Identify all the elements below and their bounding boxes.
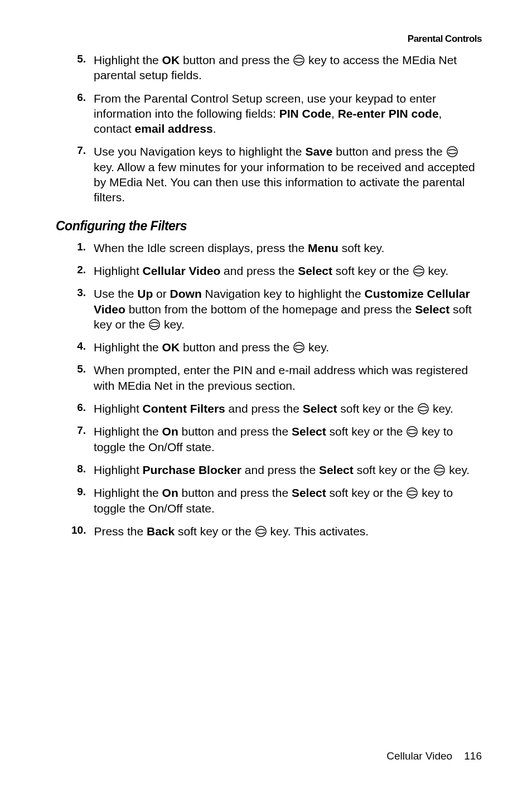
svg-point-7 xyxy=(434,465,444,475)
center-key-icon xyxy=(148,318,161,331)
step-number: 6. xyxy=(71,401,86,416)
svg-point-4 xyxy=(294,342,304,352)
svg-point-3 xyxy=(149,320,159,330)
center-key-icon xyxy=(433,464,446,476)
bold-term: PIN Code xyxy=(279,107,331,120)
svg-point-8 xyxy=(407,488,417,498)
instruction-list-1: 5.Highlight the OK button and press the … xyxy=(56,52,482,205)
bold-term: Select xyxy=(292,425,326,438)
step-text: Highlight the OK button and press the ke… xyxy=(94,52,482,83)
list-item: 2.Highlight Cellular Video and press the… xyxy=(56,263,482,278)
svg-point-1 xyxy=(447,147,457,157)
step-text: Highlight Cellular Video and press the S… xyxy=(94,263,448,278)
step-text: Press the Back soft key or the key. This… xyxy=(94,524,369,539)
bold-term: Save xyxy=(305,145,332,158)
list-item: 1.When the Idle screen displays, press t… xyxy=(56,240,482,255)
step-text: When prompted, enter the PIN and e-mail … xyxy=(94,362,482,393)
bold-term: Select xyxy=(415,303,449,316)
center-key-icon xyxy=(255,525,267,538)
instruction-list-2: 1.When the Idle screen displays, press t… xyxy=(56,240,482,539)
step-number: 4. xyxy=(71,340,86,355)
step-number: 5. xyxy=(71,52,86,83)
list-item: 3.Use the Up or Down Navigation key to h… xyxy=(56,286,482,332)
bold-term: OK xyxy=(162,54,180,66)
list-item: 6.Highlight Content Filters and press th… xyxy=(56,401,482,416)
step-number: 5. xyxy=(71,362,86,393)
bold-term: Select xyxy=(298,264,332,277)
step-text: Use the Up or Down Navigation key to hig… xyxy=(94,286,482,332)
list-item: 10.Press the Back soft key or the key. T… xyxy=(56,524,482,539)
step-number: 9. xyxy=(71,485,86,516)
step-text: Highlight the On button and press the Se… xyxy=(94,424,482,454)
svg-point-5 xyxy=(418,404,428,414)
list-item: 5.Highlight the OK button and press the … xyxy=(56,52,482,83)
header-section-label: Parental Controls xyxy=(56,33,482,45)
center-key-icon xyxy=(406,487,418,499)
step-text: Highlight the On button and press the Se… xyxy=(94,485,482,516)
list-item: 7.Highlight the On button and press the … xyxy=(56,424,482,454)
svg-point-2 xyxy=(413,266,423,276)
center-key-icon xyxy=(413,265,425,277)
bold-term: Down xyxy=(170,287,202,300)
step-text: Highlight Purchase Blocker and press the… xyxy=(94,462,470,477)
step-number: 8. xyxy=(71,462,86,477)
center-key-icon xyxy=(293,54,305,66)
step-number: 10. xyxy=(71,524,86,539)
step-text: Highlight Content Filters and press the … xyxy=(94,401,453,416)
center-key-icon xyxy=(293,341,305,354)
step-number: 1. xyxy=(71,240,86,255)
svg-point-9 xyxy=(256,526,266,536)
step-text: From the Parental Control Setup screen, … xyxy=(94,91,482,137)
list-item: 7.Use you Navigation keys to highlight t… xyxy=(56,144,482,205)
bold-term: Back xyxy=(147,525,175,538)
bold-term: Up xyxy=(137,287,153,300)
bold-term: OK xyxy=(162,341,180,354)
center-key-icon xyxy=(417,403,429,415)
step-number: 7. xyxy=(71,424,86,454)
bold-term: Re-enter PIN code xyxy=(338,107,439,120)
bold-term: Select xyxy=(319,463,354,476)
list-item: 4.Highlight the OK button and press the … xyxy=(56,340,482,355)
footer-page-number: 116 xyxy=(464,750,482,762)
step-number: 6. xyxy=(71,91,86,137)
list-item: 8.Highlight Purchase Blocker and press t… xyxy=(56,462,482,477)
bold-term: Select xyxy=(303,402,337,415)
bold-term: Content Filters xyxy=(143,402,225,415)
step-number: 2. xyxy=(71,263,86,278)
center-key-icon xyxy=(406,425,418,438)
page-container: Parental Controls 5.Highlight the OK but… xyxy=(0,0,532,798)
section-heading-configuring-filters: Configuring the Filters xyxy=(56,219,482,234)
step-text: When the Idle screen displays, press the… xyxy=(94,240,384,255)
bold-term: Select xyxy=(292,486,326,499)
step-number: 7. xyxy=(71,144,86,205)
bold-term: Menu xyxy=(308,241,338,254)
svg-point-0 xyxy=(294,55,304,65)
footer-section-label: Cellular Video xyxy=(386,750,452,762)
bold-term: On xyxy=(162,425,178,438)
list-item: 6.From the Parental Control Setup screen… xyxy=(56,91,482,137)
step-number: 3. xyxy=(71,286,86,332)
list-item: 9.Highlight the On button and press the … xyxy=(56,485,482,516)
list-item: 5.When prompted, enter the PIN and e-mai… xyxy=(56,362,482,393)
step-text: Highlight the OK button and press the ke… xyxy=(94,340,329,355)
bold-term: Purchase Blocker xyxy=(143,463,241,476)
page-footer: Cellular Video 116 xyxy=(386,750,482,762)
bold-term: email address xyxy=(135,122,213,135)
bold-term: Cellular Video xyxy=(143,264,221,277)
step-text: Use you Navigation keys to highlight the… xyxy=(94,144,482,205)
center-key-icon xyxy=(446,146,458,158)
bold-term: On xyxy=(162,486,178,499)
svg-point-6 xyxy=(407,427,417,437)
